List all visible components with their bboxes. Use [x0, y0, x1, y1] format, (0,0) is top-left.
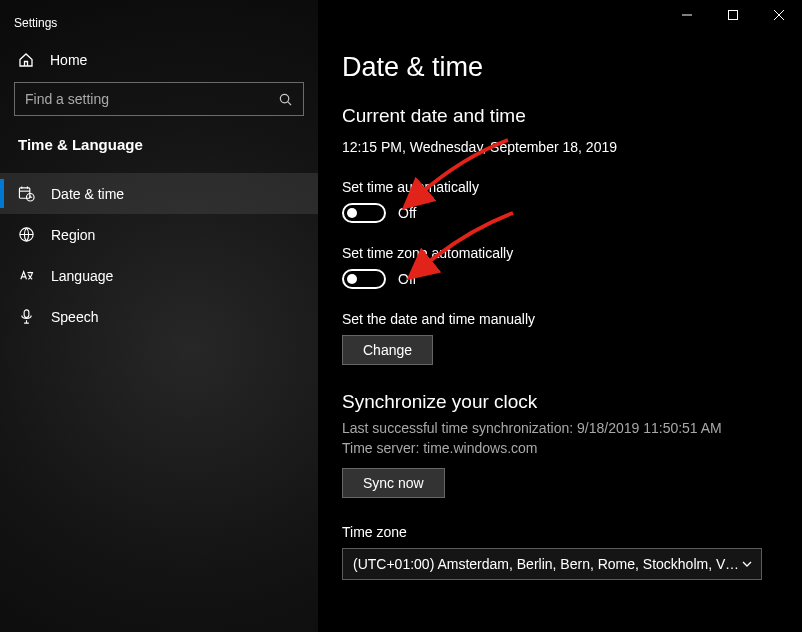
settings-sidebar: Settings Home Time & Language	[0, 0, 318, 632]
set-tz-auto-label: Set time zone automatically	[342, 245, 778, 261]
home-icon	[18, 52, 34, 68]
title-bar	[664, 0, 802, 30]
sync-now-button[interactable]: Sync now	[342, 468, 445, 498]
timezone-dropdown[interactable]: (UTC+01:00) Amsterdam, Berlin, Bern, Rom…	[342, 548, 762, 580]
close-button[interactable]	[756, 0, 802, 30]
set-time-auto-state: Off	[398, 205, 416, 221]
section-title: Time & Language	[0, 132, 318, 173]
section-current-datetime: Current date and time	[342, 105, 778, 127]
microphone-icon	[18, 308, 35, 325]
set-time-auto-label: Set time automatically	[342, 179, 778, 195]
set-time-auto-toggle[interactable]	[342, 203, 386, 223]
search-icon	[278, 92, 293, 107]
sidebar-item-label: Date & time	[51, 186, 124, 202]
sidebar-item-speech[interactable]: Speech	[0, 296, 318, 337]
settings-content: Date & time Current date and time 12:15 …	[318, 0, 802, 632]
timezone-value: (UTC+01:00) Amsterdam, Berlin, Bern, Rom…	[353, 556, 741, 572]
window-title: Settings	[0, 10, 318, 42]
minimize-button[interactable]	[664, 0, 710, 30]
language-icon	[18, 267, 35, 284]
sidebar-item-label: Region	[51, 227, 95, 243]
time-server-text: Time server: time.windows.com	[342, 439, 778, 459]
home-nav[interactable]: Home	[0, 42, 318, 82]
sync-heading: Synchronize your clock	[342, 391, 778, 413]
change-button[interactable]: Change	[342, 335, 433, 365]
home-label: Home	[50, 52, 87, 68]
svg-rect-4	[24, 310, 29, 318]
timezone-label: Time zone	[342, 524, 778, 540]
search-input[interactable]	[25, 91, 278, 107]
chevron-down-icon	[741, 558, 753, 570]
set-tz-auto-state: Off	[398, 271, 416, 287]
svg-rect-1	[19, 188, 29, 198]
calendar-clock-icon	[18, 185, 35, 202]
current-datetime-value: 12:15 PM, Wednesday, September 18, 2019	[342, 139, 778, 155]
last-sync-text: Last successful time synchronization: 9/…	[342, 419, 778, 439]
set-tz-auto-toggle[interactable]	[342, 269, 386, 289]
svg-rect-5	[729, 11, 738, 20]
sidebar-item-label: Speech	[51, 309, 98, 325]
page-title: Date & time	[342, 52, 778, 83]
globe-icon	[18, 226, 35, 243]
sidebar-item-label: Language	[51, 268, 113, 284]
search-box[interactable]	[14, 82, 304, 116]
sidebar-item-language[interactable]: Language	[0, 255, 318, 296]
sidebar-item-date-time[interactable]: Date & time	[0, 173, 318, 214]
set-manual-label: Set the date and time manually	[342, 311, 778, 327]
maximize-button[interactable]	[710, 0, 756, 30]
sidebar-item-region[interactable]: Region	[0, 214, 318, 255]
svg-point-0	[280, 94, 288, 102]
